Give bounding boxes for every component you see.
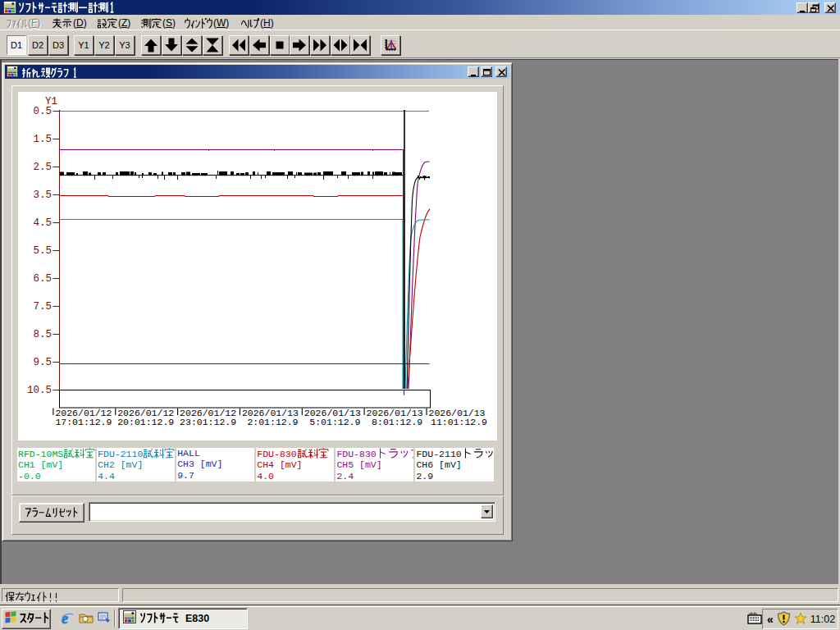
- svg-text:2.5: 2.5: [33, 162, 52, 173]
- svg-text:0.5: 0.5: [33, 106, 52, 117]
- svg-text:5:01:12.9: 5:01:12.9: [309, 417, 360, 427]
- svg-text:23:01:12.9: 23:01:12.9: [180, 417, 236, 427]
- svg-text:1.5: 1.5: [33, 134, 52, 145]
- svg-text:8.5: 8.5: [33, 329, 52, 340]
- svg-text:5.5: 5.5: [33, 245, 52, 257]
- svg-text:17:01:12.9: 17:01:12.9: [55, 417, 112, 427]
- svg-text:3.5: 3.5: [33, 189, 52, 201]
- svg-text:9.5: 9.5: [33, 357, 52, 368]
- svg-text:7.5: 7.5: [33, 301, 52, 313]
- svg-text:8:01:12.9: 8:01:12.9: [372, 417, 422, 427]
- svg-text:6.5: 6.5: [33, 273, 52, 285]
- svg-text:4.5: 4.5: [33, 217, 52, 229]
- svg-text:e: e: [62, 611, 68, 626]
- svg-text:10.5: 10.5: [27, 385, 52, 396]
- svg-text:20:01:12.9: 20:01:12.9: [117, 417, 174, 427]
- svg-text:2:01:12.9: 2:01:12.9: [247, 417, 298, 427]
- svg-text:11:01:12.9: 11:01:12.9: [431, 417, 487, 427]
